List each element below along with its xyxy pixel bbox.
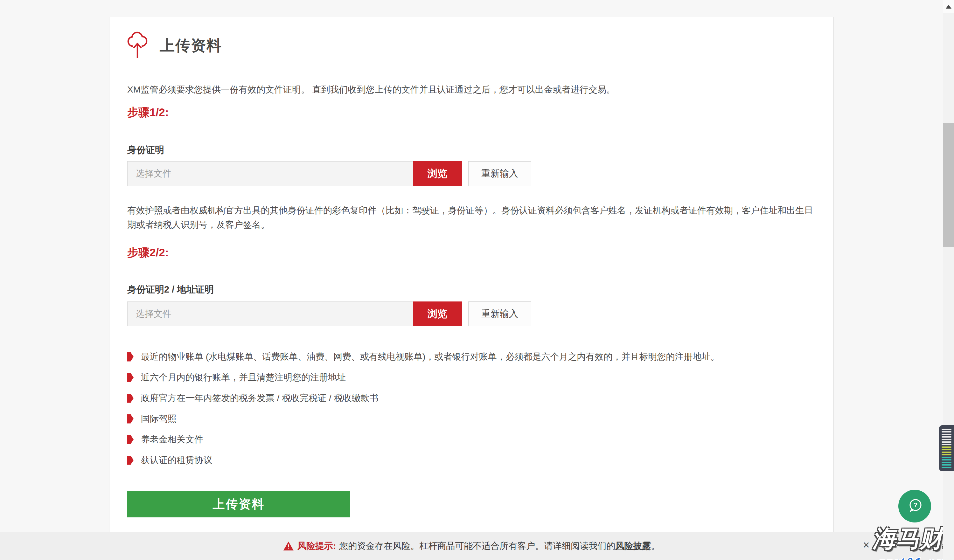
list-item-text: 近六个月内的银行账单，并且清楚注明您的注册地址 [141,372,346,383]
step1-reset-button[interactable]: 重新输入 [468,161,531,186]
help-chat-button[interactable]: ? [898,490,931,523]
list-item: 近六个月内的银行账单，并且清楚注明您的注册地址 [127,372,815,383]
floating-stripe-widget[interactable] [939,425,954,471]
list-item: 国际驾照 [127,414,815,424]
list-item: 养老金相关文件 [127,434,815,445]
question-bubble-icon: ? [905,496,925,516]
red-arrow-bullet-icon [127,373,134,382]
up-arrow-icon [946,5,951,9]
vertical-scrollbar[interactable] [943,0,954,560]
risk-warning-label: 风险提示: [298,540,336,552]
page-header: 上传资料 [127,32,815,59]
red-arrow-bullet-icon [127,456,134,465]
risk-warning-bar: ! 风险提示: 您的资金存在风险。杠杆商品可能不适合所有客户。请详细阅读我们的 … [0,532,943,560]
scrollbar-up-button[interactable] [943,0,954,13]
red-arrow-bullet-icon [127,394,134,403]
list-item: 政府官方在一年内签发的税务发票 / 税收完税证 / 税收缴款书 [127,393,815,404]
scrollbar-thumb[interactable] [943,123,954,247]
risk-disclosure-link[interactable]: 风险披露 [615,540,651,552]
upload-card: 上传资料 XM监管必须要求您提供一份有效的文件证明。 直到我们收到您上传的文件并… [109,17,834,532]
risk-warning-text-suffix: 。 [651,540,660,552]
step2-file-input[interactable] [127,302,413,326]
step2-field-label: 身份证明2 / 地址证明 [127,284,815,295]
warning-triangle-icon: ! [284,541,294,551]
list-item: 获认证的租赁协议 [127,455,815,465]
accepted-documents-list: 最近的物业账单 (水电煤账单、话费账单、油费、网费、或有线电视账单)，或者银行对… [127,352,815,465]
upload-submit-button[interactable]: 上传资料 [127,491,350,517]
step1-field-label: 身份证明 [127,145,815,155]
warning-glyph: ! [288,543,290,551]
step2-file-row: 浏览 重新输入 [127,302,815,326]
list-item: 最近的物业账单 (水电煤账单、话费账单、油费、网费、或有线电视账单)，或者银行对… [127,352,815,362]
step1-file-row: 浏览 重新输入 [127,161,815,186]
red-arrow-bullet-icon [127,435,134,444]
risk-bar-close-button[interactable]: × [859,538,873,552]
step2-reset-button[interactable]: 重新输入 [468,302,531,326]
step1-heading: 步骤1/2: [127,105,815,120]
page-title: 上传资料 [160,36,222,56]
step1-file-input[interactable] [127,161,413,186]
upload-cloud-icon [127,31,148,59]
step1-browse-button[interactable]: 浏览 [413,161,462,186]
question-glyph: ? [913,501,917,509]
list-item-text: 国际驾照 [141,414,176,424]
step1-description: 有效护照或者由权威机构官方出具的其他身份证件的彩色复印件（比如：驾驶证，身份证等… [127,203,815,232]
red-arrow-bullet-icon [127,352,134,362]
step2-heading: 步骤2/2: [127,245,815,260]
intro-text: XM监管必须要求您提供一份有效的文件证明。 直到我们收到您上传的文件并且认证通过… [127,84,815,95]
list-item-text: 最近的物业账单 (水电煤账单、话费账单、油费、网费、或有线电视账单)，或者银行对… [141,352,719,362]
list-item-text: 政府官方在一年内签发的税务发票 / 税收完税证 / 税收缴款书 [141,393,379,404]
step2-browse-button[interactable]: 浏览 [413,302,462,326]
risk-warning-text: 您的资金存在风险。杠杆商品可能不适合所有客户。请详细阅读我们的 [339,540,615,552]
list-item-text: 养老金相关文件 [141,434,203,445]
red-arrow-bullet-icon [127,414,134,423]
list-item-text: 获认证的租赁协议 [141,455,212,465]
